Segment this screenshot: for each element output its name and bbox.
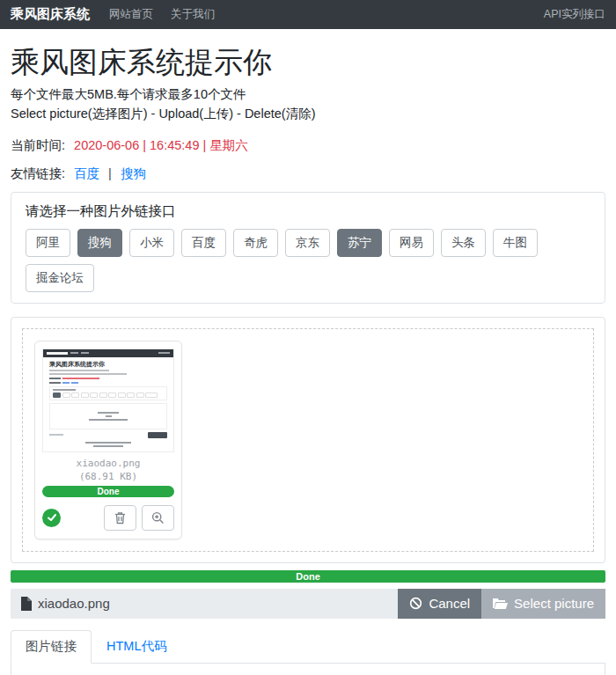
current-time-row: 当前时间: 2020-06-06 | 16:45:49 | 星期六 bbox=[11, 137, 605, 154]
main-container: 乘风图床系统提示你 每个文件最大5MB.每个请求最多10个文件 Select p… bbox=[0, 45, 616, 619]
page-title: 乘风图床系统提示你 bbox=[11, 45, 605, 80]
api-btn-xiaomi[interactable]: 小米 bbox=[129, 229, 174, 257]
api-btn-toutiao[interactable]: 头条 bbox=[441, 229, 486, 257]
nav-home-link[interactable]: 网站首页 bbox=[109, 7, 153, 22]
upload-dropzone[interactable]: 乘风图床系统提示你 bbox=[22, 328, 594, 552]
delete-file-button[interactable] bbox=[104, 505, 136, 531]
file-icon bbox=[20, 597, 32, 611]
tab-image-links[interactable]: 图片链接 bbox=[11, 630, 92, 664]
preview-filesize: (68.91 KB) bbox=[42, 471, 174, 482]
friend-link-sogou[interactable]: 搜狗 bbox=[121, 166, 146, 180]
preview-progress-bar: Done bbox=[42, 486, 174, 497]
file-action-row: xiaodao.png Cancel Select picture bbox=[11, 589, 605, 619]
magnifier-plus-icon bbox=[151, 511, 165, 525]
upload-preview-card: 乘风图床系统提示你 bbox=[34, 341, 182, 539]
result-panel: SouGou SuNing bbox=[11, 664, 605, 675]
top-navbar: 乘风图床系统 网站首页 关于我们 API实列接口 bbox=[0, 0, 616, 29]
preview-footer bbox=[42, 505, 174, 531]
friend-links-label: 友情链接: bbox=[11, 166, 65, 180]
api-btn-sogou[interactable]: 搜狗 bbox=[77, 229, 122, 257]
current-time-value: 2020-06-06 | 16:45:49 | 星期六 bbox=[74, 138, 248, 152]
thumb-mini-title: 乘风图床系统提示你 bbox=[49, 361, 167, 368]
trash-icon bbox=[114, 511, 126, 525]
nav-about-link[interactable]: 关于我们 bbox=[171, 7, 215, 22]
api-button-row: 阿里 搜狗 小米 百度 奇虎 京东 苏宁 网易 头条 牛图 掘金论坛 bbox=[26, 229, 590, 292]
thumb-mini-navbar bbox=[43, 349, 173, 357]
check-circle-icon bbox=[42, 509, 61, 527]
api-selector-card: 请选择一种图片外链接口 阿里 搜狗 小米 百度 奇虎 京东 苏宁 网易 头条 牛… bbox=[11, 192, 605, 304]
api-btn-netease[interactable]: 网易 bbox=[389, 229, 434, 257]
nav-api-link[interactable]: API实列接口 bbox=[544, 7, 605, 22]
api-selector-title: 请选择一种图片外链接口 bbox=[26, 202, 590, 221]
friend-links-row: 友情链接: 百度 | 搜狗 bbox=[11, 165, 605, 182]
cancel-button[interactable]: Cancel bbox=[398, 589, 481, 619]
api-btn-jd[interactable]: 京东 bbox=[285, 229, 330, 257]
api-btn-juejin[interactable]: 掘金论坛 bbox=[26, 264, 94, 292]
brand-link[interactable]: 乘风图床系统 bbox=[11, 6, 90, 23]
result-tabs: 图片链接 HTML代码 bbox=[11, 630, 605, 664]
api-btn-suning[interactable]: 苏宁 bbox=[337, 229, 382, 257]
friend-link-baidu[interactable]: 百度 bbox=[74, 166, 99, 180]
upload-card: 乘风图床系统提示你 bbox=[11, 317, 605, 563]
upload-limits-text: 每个文件最大5MB.每个请求最多10个文件 bbox=[11, 86, 605, 103]
api-btn-qihu[interactable]: 奇虎 bbox=[233, 229, 278, 257]
select-picture-button[interactable]: Select picture bbox=[481, 589, 605, 619]
tab-html-code[interactable]: HTML代码 bbox=[92, 630, 181, 663]
overall-progress-bar: Done bbox=[11, 570, 605, 583]
upload-actions-text: Select picture(选择图片) - Upload(上传) - Dele… bbox=[11, 106, 605, 122]
api-btn-baidu[interactable]: 百度 bbox=[181, 229, 226, 257]
api-btn-ali[interactable]: 阿里 bbox=[26, 229, 70, 257]
open-folder-icon bbox=[493, 598, 508, 610]
upload-thumbnail: 乘风图床系统提示你 bbox=[42, 349, 174, 452]
selected-file-chip: xiaodao.png bbox=[11, 589, 398, 619]
friend-link-separator: | bbox=[108, 166, 112, 180]
preview-filename: xiaodao.png bbox=[42, 458, 174, 469]
selected-file-name: xiaodao.png bbox=[38, 596, 110, 611]
zoom-preview-button[interactable] bbox=[142, 505, 174, 531]
api-btn-niutu[interactable]: 牛图 bbox=[493, 229, 538, 257]
current-time-label: 当前时间: bbox=[11, 138, 65, 152]
prohibition-icon bbox=[409, 597, 422, 610]
